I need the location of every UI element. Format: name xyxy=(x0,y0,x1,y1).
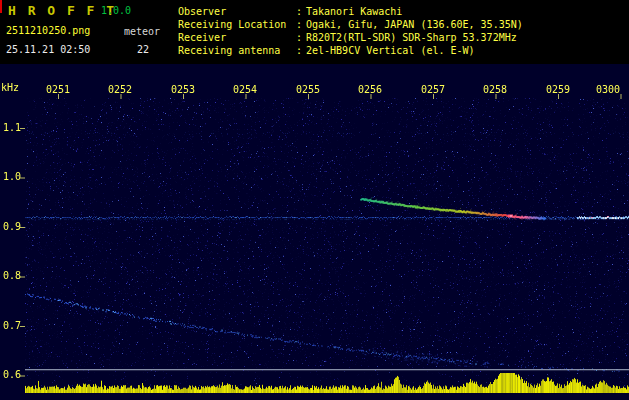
freq-tick-label: 0.6 xyxy=(0,369,21,380)
time-tick-label: 0257 xyxy=(421,84,447,95)
info-separator: : xyxy=(296,18,306,31)
time-tick-label: 0300 xyxy=(596,84,622,95)
time-tick-label: 0258 xyxy=(483,84,509,95)
output-filename: 2511210250.png xyxy=(6,25,90,36)
freq-tick-label: 0.8 xyxy=(0,270,21,281)
time-tick-label: 0251 xyxy=(46,84,72,95)
header-bar: H R O F F T 1.0.0 2511210250.png meteor … xyxy=(0,0,629,64)
spectrogram-canvas xyxy=(0,64,629,400)
info-value: Takanori Kawachi xyxy=(306,5,402,18)
freq-tick-label: 1.1 xyxy=(0,122,21,133)
info-label: Receiving Location xyxy=(178,18,296,31)
hrofft-window: H R O F F T 1.0.0 2511210250.png meteor … xyxy=(0,0,629,400)
info-value: R820T2(RTL-SDR) SDR-Sharp 53.372MHz xyxy=(306,31,517,44)
station-info-table: Observer : Takanori Kawachi Receiving Lo… xyxy=(178,5,523,57)
echo-count: 22 xyxy=(137,44,149,55)
freq-tick-label: 0.7 xyxy=(0,320,21,331)
info-separator: : xyxy=(296,5,306,18)
info-row-receiving-location: Receiving Location : Ogaki, Gifu, JAPAN … xyxy=(178,18,523,31)
freq-tick-label: 1.0 xyxy=(0,171,21,182)
record-marker xyxy=(0,0,2,13)
info-value: Ogaki, Gifu, JAPAN (136.60E, 35.35N) xyxy=(306,18,523,31)
freq-tick-label: 0.9 xyxy=(0,221,21,232)
time-tick-label: 0256 xyxy=(358,84,384,95)
app-title: H R O F F T xyxy=(8,3,116,18)
time-tick-label: 0259 xyxy=(546,84,572,95)
info-label: Receiver xyxy=(178,31,296,44)
app-version: 1.0.0 xyxy=(101,5,131,16)
info-label: Receiving antenna xyxy=(178,44,296,57)
info-value: 2el-HB9CV Vertical (el. E-W) xyxy=(306,44,475,57)
info-row-observer: Observer : Takanori Kawachi xyxy=(178,5,523,18)
info-row-receiving-antenna: Receiving antenna : 2el-HB9CV Vertical (… xyxy=(178,44,523,57)
time-tick-label: 0253 xyxy=(171,84,197,95)
info-row-receiver: Receiver : R820T2(RTL-SDR) SDR-Sharp 53.… xyxy=(178,31,523,44)
time-tick-label: 0252 xyxy=(108,84,134,95)
mode-label: meteor xyxy=(124,26,160,37)
observation-datetime: 25.11.21 02:50 xyxy=(6,44,90,55)
time-tick-label: 0254 xyxy=(233,84,259,95)
info-separator: : xyxy=(296,31,306,44)
info-separator: : xyxy=(296,44,306,57)
freq-unit-label: kHz xyxy=(1,82,19,93)
info-label: Observer xyxy=(178,5,296,18)
time-tick-label: 0255 xyxy=(296,84,322,95)
